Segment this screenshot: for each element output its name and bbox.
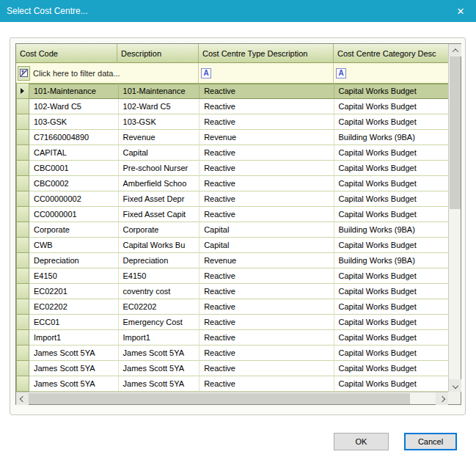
cell-description[interactable]: James Scott 5YA <box>119 361 200 376</box>
row-indicator[interactable] <box>16 238 29 253</box>
cell-cost-code[interactable]: 101-Maintenance <box>29 84 119 99</box>
row-indicator[interactable] <box>16 130 29 145</box>
table-row[interactable]: EC02201coventry costReactiveCapital Work… <box>16 284 448 299</box>
cell-category[interactable]: Capital Works Budget <box>334 145 448 161</box>
table-row[interactable]: ECC01Emergency CostReactiveCapital Works… <box>16 315 448 330</box>
cell-type[interactable]: Reactive <box>199 207 334 222</box>
cell-description[interactable]: Depreciation <box>119 253 200 268</box>
cell-cost-code[interactable]: Corporate <box>29 222 119 238</box>
cell-cost-code[interactable]: CBC0001 <box>29 161 119 176</box>
cell-description[interactable]: James Scott 5YA <box>119 376 200 392</box>
cell-type[interactable]: Revenue <box>199 253 334 268</box>
column-header-cost-code[interactable]: Cost Code <box>16 44 117 63</box>
column-header-category[interactable]: Cost Centre Category Desc <box>334 44 448 63</box>
close-button[interactable]: ✕ <box>445 0 476 22</box>
cell-description[interactable]: Capital Works Bu <box>119 238 200 253</box>
scroll-right-button[interactable] <box>436 392 448 405</box>
cell-type[interactable]: Reactive <box>199 268 334 284</box>
column-header-description[interactable]: Description <box>117 44 199 63</box>
cell-type[interactable]: Reactive <box>199 99 334 114</box>
cell-type[interactable]: Reactive <box>199 361 334 376</box>
cell-type[interactable]: Reactive <box>199 315 334 330</box>
table-row[interactable]: CorporateCorporateCapitalBuilding Works … <box>16 222 448 238</box>
table-row[interactable]: Import1Import1ReactiveCapital Works Budg… <box>16 330 448 346</box>
cell-description[interactable]: Fixed Asset Capit <box>119 207 200 222</box>
horizontal-scrollbar[interactable] <box>16 392 448 404</box>
cell-category[interactable]: Capital Works Budget <box>334 84 448 99</box>
cell-type[interactable]: Reactive <box>199 145 334 161</box>
cell-category[interactable]: Capital Works Budget <box>334 99 448 114</box>
cell-cost-code[interactable]: James Scott 5YA <box>29 361 119 376</box>
cell-cost-code[interactable]: CC00000002 <box>29 191 119 207</box>
filter-cell-type[interactable]: A <box>199 63 334 83</box>
cell-description[interactable]: EC02202 <box>119 299 200 315</box>
cell-category[interactable]: Capital Works Budget <box>334 299 448 315</box>
scroll-down-button[interactable] <box>449 379 461 392</box>
row-indicator[interactable] <box>16 114 29 130</box>
cell-description[interactable]: Emergency Cost <box>119 315 200 330</box>
horizontal-scroll-thumb[interactable] <box>29 393 410 404</box>
cell-type[interactable]: Capital <box>199 238 334 253</box>
row-indicator[interactable] <box>16 145 29 161</box>
table-row[interactable]: EC02202EC02202ReactiveCapital Works Budg… <box>16 299 448 315</box>
cell-category[interactable]: Capital Works Budget <box>334 315 448 330</box>
cell-type[interactable]: Reactive <box>199 191 334 207</box>
table-row[interactable]: 103-GSK103-GSKReactiveCapital Works Budg… <box>16 114 448 130</box>
table-row[interactable]: 102-Ward C5102-Ward C5ReactiveCapital Wo… <box>16 99 448 114</box>
cell-category[interactable]: Building Works (9BA) <box>334 222 448 238</box>
table-row[interactable]: James Scott 5YAJames Scott 5YAReactiveCa… <box>16 346 448 361</box>
row-indicator[interactable] <box>16 253 29 268</box>
cell-description[interactable]: E4150 <box>119 268 200 284</box>
cell-type[interactable]: Reactive <box>199 376 334 392</box>
filter-cell-cost-code[interactable]: Click here to filter data... <box>16 63 199 83</box>
cell-category[interactable]: Capital Works Budget <box>334 361 448 376</box>
row-indicator[interactable] <box>16 330 29 346</box>
table-row[interactable]: CWBCapital Works BuCapitalCapital Works … <box>16 238 448 253</box>
row-indicator[interactable] <box>16 299 29 315</box>
vertical-scroll-thumb[interactable] <box>450 56 461 209</box>
text-filter-icon[interactable]: A <box>201 68 211 78</box>
cell-description[interactable]: Corporate <box>119 222 200 238</box>
ok-button[interactable]: OK <box>334 433 389 450</box>
cell-cost-code[interactable]: 102-Ward C5 <box>29 99 119 114</box>
row-indicator[interactable] <box>16 346 29 361</box>
table-row[interactable]: CC00000002Fixed Asset DeprReactiveCapita… <box>16 191 448 207</box>
cell-description[interactable]: James Scott 5YA <box>119 346 200 361</box>
cell-cost-code[interactable]: CWB <box>29 238 119 253</box>
cell-category[interactable]: Capital Works Budget <box>334 268 448 284</box>
cell-description[interactable]: 103-GSK <box>119 114 200 130</box>
table-row[interactable]: C71660004890RevenueRevenueBuilding Works… <box>16 130 448 145</box>
cell-description[interactable]: Amberfield Schoo <box>119 176 200 191</box>
table-row[interactable]: James Scott 5YAJames Scott 5YAReactiveCa… <box>16 361 448 376</box>
cell-type[interactable]: Reactive <box>199 346 334 361</box>
cell-category[interactable]: Capital Works Budget <box>334 207 448 222</box>
cell-cost-code[interactable]: C71660004890 <box>29 130 119 145</box>
scroll-left-button[interactable] <box>16 392 29 405</box>
cell-description[interactable]: coventry cost <box>119 284 200 299</box>
cell-category[interactable]: Building Works (9BA) <box>334 130 448 145</box>
row-indicator[interactable] <box>16 99 29 114</box>
table-row[interactable]: CAPITALCapitalReactiveCapital Works Budg… <box>16 145 448 161</box>
cell-type[interactable]: Reactive <box>199 114 334 130</box>
row-indicator[interactable] <box>16 222 29 238</box>
table-row[interactable]: 101-Maintenance101-MaintenanceReactiveCa… <box>16 84 448 99</box>
cell-type[interactable]: Capital <box>199 222 334 238</box>
cell-category[interactable]: Capital Works Budget <box>334 330 448 346</box>
cell-type[interactable]: Reactive <box>199 84 334 99</box>
row-indicator[interactable] <box>16 376 29 392</box>
row-indicator[interactable] <box>16 207 29 222</box>
cell-category[interactable]: Capital Works Budget <box>334 284 448 299</box>
cell-category[interactable]: Building Works (9BA) <box>334 253 448 268</box>
cell-description[interactable]: Fixed Asset Depr <box>119 191 200 207</box>
column-header-type[interactable]: Cost Centre Type Description <box>199 44 334 63</box>
row-indicator[interactable] <box>16 191 29 207</box>
scroll-up-button[interactable] <box>449 44 461 56</box>
cell-cost-code[interactable]: James Scott 5YA <box>29 346 119 361</box>
cell-cost-code[interactable]: E4150 <box>29 268 119 284</box>
table-row[interactable]: E4150E4150ReactiveCapital Works Budget <box>16 268 448 284</box>
cell-cost-code[interactable]: CBC0002 <box>29 176 119 191</box>
cell-cost-code[interactable]: CAPITAL <box>29 145 119 161</box>
cell-category[interactable]: Capital Works Budget <box>334 161 448 176</box>
filter-prompt[interactable]: Click here to filter data... <box>33 69 120 78</box>
cell-description[interactable]: Pre-school Nurser <box>119 161 200 176</box>
